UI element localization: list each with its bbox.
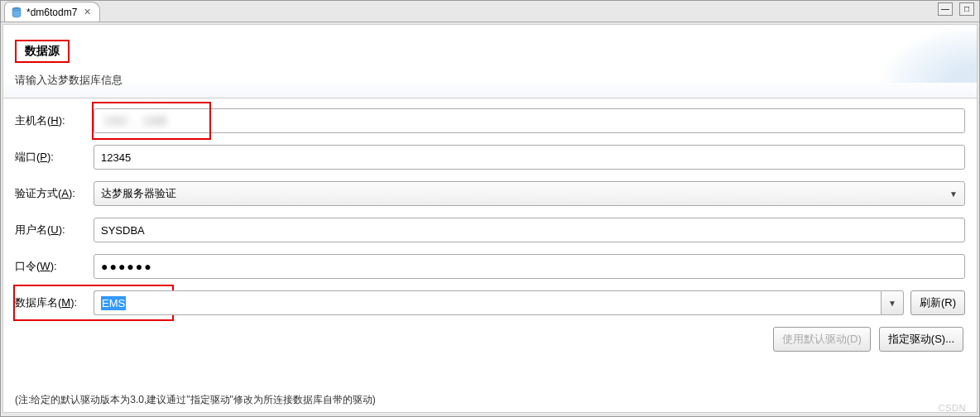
window-controls: — □	[938, 2, 974, 16]
tab-dm6todm7[interactable]: *dm6todm7 ✕	[4, 2, 100, 22]
label-user: 用户名(U):	[15, 223, 94, 237]
password-input[interactable]: ●●●●●●	[94, 254, 965, 279]
host-blurred-value: 192 . 168	[101, 114, 167, 127]
database-icon	[10, 6, 23, 19]
page-subtitle: 请输入达梦数据库信息	[15, 73, 965, 88]
form: 主机名(H): 192 . 168 端口(P):	[3, 98, 977, 362]
row-port: 端口(P):	[15, 145, 965, 170]
host-input[interactable]: 192 . 168	[94, 108, 965, 133]
maximize-button[interactable]: □	[959, 2, 974, 16]
chevron-down-icon: ▼	[888, 299, 896, 308]
refresh-button[interactable]: 刷新(R)	[910, 290, 965, 315]
row-dbname: 数据库名(M): EMS ▼ 刷新(R)	[15, 290, 965, 315]
host-input-wrap: 192 . 168	[94, 108, 965, 133]
content: 数据源 请输入达梦数据库信息 主机名(H): 192 . 168 端口(P):	[2, 24, 978, 413]
tab-title: *dm6todm7	[26, 7, 77, 18]
header: 数据源 请输入达梦数据库信息	[3, 25, 977, 98]
row-auth: 验证方式(A): 达梦服务器验证 ▼	[15, 181, 965, 206]
dbname-value: EMS	[101, 296, 126, 310]
user-input[interactable]	[94, 218, 965, 242]
specify-driver-button[interactable]: 指定驱动(S)...	[879, 327, 963, 352]
tab-bar: *dm6todm7 ✕ — □	[1, 1, 979, 22]
label-dbname: 数据库名(M):	[15, 295, 94, 310]
tab-close-icon[interactable]: ✕	[84, 7, 91, 17]
highlight-box-title: 数据源	[15, 40, 70, 63]
label-host: 主机名(H):	[15, 113, 94, 128]
row-host: 主机名(H): 192 . 168	[15, 108, 965, 133]
dbname-dropdown-button[interactable]: ▼	[881, 290, 904, 315]
row-password: 口令(W): ●●●●●●	[15, 254, 965, 279]
window: *dm6todm7 ✕ — □ 数据源 请输入达梦数据库信息 主机名(H): 1…	[0, 0, 980, 417]
auth-value: 达梦服务器验证	[101, 186, 176, 201]
label-auth: 验证方式(A):	[15, 186, 94, 201]
driver-buttons: 使用默认驱动(D) 指定驱动(S)...	[15, 327, 965, 352]
chevron-down-icon: ▼	[949, 189, 958, 199]
page-title: 数据源	[22, 42, 63, 60]
label-password: 口令(W):	[15, 259, 94, 274]
row-user: 用户名(U):	[15, 218, 965, 242]
label-port: 端口(P):	[15, 150, 94, 165]
use-default-driver-button[interactable]: 使用默认驱动(D)	[773, 327, 871, 352]
auth-select[interactable]: 达梦服务器验证 ▼	[94, 181, 965, 206]
minimize-button[interactable]: —	[938, 2, 953, 16]
port-input[interactable]	[94, 145, 965, 170]
dbname-input[interactable]: EMS	[94, 290, 881, 315]
driver-note: (注:给定的默认驱动版本为3.0,建议通过"指定驱动"修改为所连接数据库自带的驱…	[15, 393, 376, 407]
